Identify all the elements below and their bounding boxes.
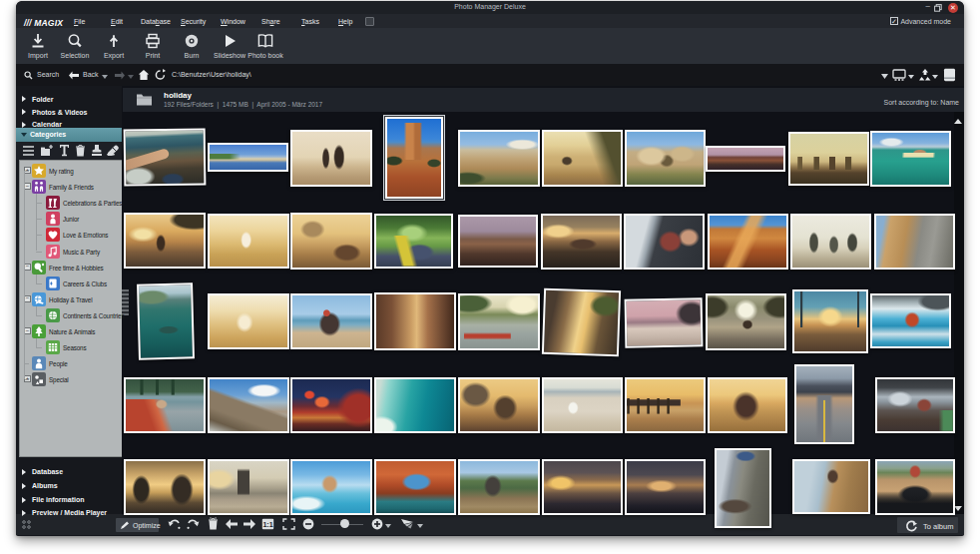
- svg-text:1:1: 1:1: [262, 521, 272, 528]
